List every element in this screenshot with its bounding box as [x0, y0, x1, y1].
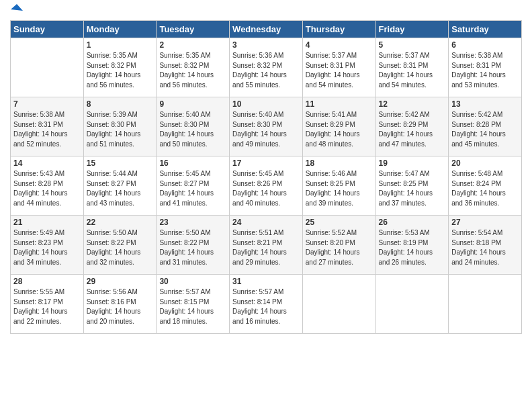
- day-info: Sunrise: 5:57 AM Sunset: 8:14 PM Dayligh…: [232, 287, 300, 326]
- calendar-cell: 28Sunrise: 5:55 AM Sunset: 8:17 PM Dayli…: [11, 275, 84, 334]
- day-number: 8: [87, 99, 154, 109]
- day-number: 30: [159, 277, 226, 286]
- calendar-cell: 1Sunrise: 5:35 AM Sunset: 8:32 PM Daylig…: [83, 38, 157, 97]
- day-info: Sunrise: 5:36 AM Sunset: 8:32 PM Dayligh…: [232, 51, 300, 90]
- calendar-cell: [11, 38, 84, 97]
- calendar-cell: 12Sunrise: 5:42 AM Sunset: 8:29 PM Dayli…: [375, 97, 449, 156]
- calendar-cell: 29Sunrise: 5:56 AM Sunset: 8:16 PM Dayli…: [83, 275, 157, 334]
- calendar-cell: 7Sunrise: 5:38 AM Sunset: 8:31 PM Daylig…: [11, 97, 84, 156]
- day-number: 22: [87, 218, 154, 227]
- day-number: 29: [87, 277, 154, 286]
- calendar-week-row: 14Sunrise: 5:43 AM Sunset: 8:28 PM Dayli…: [11, 156, 522, 216]
- calendar-cell: [302, 275, 375, 334]
- calendar-cell: 17Sunrise: 5:45 AM Sunset: 8:26 PM Dayli…: [230, 156, 303, 216]
- day-info: Sunrise: 5:50 AM Sunset: 8:22 PM Dayligh…: [87, 228, 154, 267]
- day-number: 14: [13, 158, 81, 168]
- calendar-cell: 30Sunrise: 5:57 AM Sunset: 8:15 PM Dayli…: [157, 275, 230, 334]
- day-number: 1: [87, 40, 154, 50]
- day-number: 18: [306, 158, 373, 168]
- calendar-header-cell: Wednesday: [230, 21, 303, 38]
- day-number: 11: [306, 99, 373, 109]
- calendar-week-row: 1Sunrise: 5:35 AM Sunset: 8:32 PM Daylig…: [11, 38, 522, 97]
- day-number: 13: [451, 99, 519, 109]
- day-info: Sunrise: 5:42 AM Sunset: 8:29 PM Dayligh…: [379, 110, 446, 149]
- day-number: 9: [159, 99, 226, 109]
- calendar-cell: 9Sunrise: 5:40 AM Sunset: 8:30 PM Daylig…: [157, 97, 230, 156]
- day-number: 31: [232, 277, 300, 286]
- day-number: 2: [159, 40, 226, 50]
- day-info: Sunrise: 5:53 AM Sunset: 8:19 PM Dayligh…: [379, 228, 446, 267]
- day-number: 7: [13, 99, 81, 109]
- calendar-table: SundayMondayTuesdayWednesdayThursdayFrid…: [10, 20, 522, 334]
- calendar-cell: 4Sunrise: 5:37 AM Sunset: 8:31 PM Daylig…: [302, 38, 375, 97]
- day-number: 23: [159, 218, 226, 227]
- day-info: Sunrise: 5:48 AM Sunset: 8:24 PM Dayligh…: [451, 169, 519, 208]
- day-info: Sunrise: 5:35 AM Sunset: 8:32 PM Dayligh…: [87, 51, 154, 90]
- day-number: 24: [232, 218, 300, 227]
- day-number: 27: [451, 218, 519, 227]
- day-number: 28: [13, 277, 81, 286]
- day-number: 20: [451, 158, 519, 168]
- day-info: Sunrise: 5:39 AM Sunset: 8:30 PM Dayligh…: [87, 110, 154, 149]
- day-info: Sunrise: 5:49 AM Sunset: 8:23 PM Dayligh…: [13, 228, 81, 267]
- calendar-week-row: 7Sunrise: 5:38 AM Sunset: 8:31 PM Daylig…: [11, 97, 522, 156]
- day-info: Sunrise: 5:43 AM Sunset: 8:28 PM Dayligh…: [13, 169, 81, 208]
- logo: [10, 7, 23, 15]
- day-number: 5: [379, 40, 446, 50]
- day-info: Sunrise: 5:45 AM Sunset: 8:27 PM Dayligh…: [159, 169, 226, 208]
- calendar-header-cell: Monday: [83, 21, 157, 38]
- day-info: Sunrise: 5:54 AM Sunset: 8:18 PM Dayligh…: [451, 228, 519, 267]
- day-number: 19: [379, 158, 446, 168]
- calendar-cell: 2Sunrise: 5:35 AM Sunset: 8:32 PM Daylig…: [157, 38, 230, 97]
- calendar-body: 1Sunrise: 5:35 AM Sunset: 8:32 PM Daylig…: [11, 38, 522, 334]
- calendar-cell: 27Sunrise: 5:54 AM Sunset: 8:18 PM Dayli…: [449, 216, 522, 275]
- day-info: Sunrise: 5:41 AM Sunset: 8:29 PM Dayligh…: [306, 110, 373, 149]
- day-number: 17: [232, 158, 300, 168]
- day-number: 10: [232, 99, 300, 109]
- day-info: Sunrise: 5:46 AM Sunset: 8:25 PM Dayligh…: [306, 169, 373, 208]
- day-info: Sunrise: 5:55 AM Sunset: 8:17 PM Dayligh…: [13, 287, 81, 326]
- day-number: 25: [306, 218, 373, 227]
- day-info: Sunrise: 5:40 AM Sunset: 8:30 PM Dayligh…: [232, 110, 300, 149]
- calendar-cell: 18Sunrise: 5:46 AM Sunset: 8:25 PM Dayli…: [302, 156, 375, 216]
- calendar-cell: 19Sunrise: 5:47 AM Sunset: 8:25 PM Dayli…: [375, 156, 449, 216]
- calendar-cell: 6Sunrise: 5:38 AM Sunset: 8:31 PM Daylig…: [449, 38, 522, 97]
- calendar-header-row: SundayMondayTuesdayWednesdayThursdayFrid…: [11, 21, 522, 38]
- day-info: Sunrise: 5:50 AM Sunset: 8:22 PM Dayligh…: [159, 228, 226, 267]
- day-info: Sunrise: 5:37 AM Sunset: 8:31 PM Dayligh…: [379, 51, 446, 90]
- day-number: 16: [159, 158, 226, 168]
- day-info: Sunrise: 5:57 AM Sunset: 8:15 PM Dayligh…: [159, 287, 226, 326]
- day-number: 21: [13, 218, 81, 227]
- day-info: Sunrise: 5:44 AM Sunset: 8:27 PM Dayligh…: [87, 169, 154, 208]
- calendar-cell: 14Sunrise: 5:43 AM Sunset: 8:28 PM Dayli…: [11, 156, 84, 216]
- calendar-week-row: 28Sunrise: 5:55 AM Sunset: 8:17 PM Dayli…: [11, 275, 522, 334]
- calendar-header-cell: Tuesday: [157, 21, 230, 38]
- day-number: 26: [379, 218, 446, 227]
- calendar-cell: 11Sunrise: 5:41 AM Sunset: 8:29 PM Dayli…: [302, 97, 375, 156]
- svg-marker-0: [11, 4, 23, 11]
- logo-bird-icon: [11, 4, 23, 15]
- calendar-cell: 20Sunrise: 5:48 AM Sunset: 8:24 PM Dayli…: [449, 156, 522, 216]
- calendar-cell: 10Sunrise: 5:40 AM Sunset: 8:30 PM Dayli…: [230, 97, 303, 156]
- calendar-header-cell: Thursday: [302, 21, 375, 38]
- calendar-cell: 23Sunrise: 5:50 AM Sunset: 8:22 PM Dayli…: [157, 216, 230, 275]
- calendar-header-cell: Friday: [375, 21, 449, 38]
- calendar-cell: 3Sunrise: 5:36 AM Sunset: 8:32 PM Daylig…: [230, 38, 303, 97]
- day-number: 15: [87, 158, 154, 168]
- day-info: Sunrise: 5:51 AM Sunset: 8:21 PM Dayligh…: [232, 228, 300, 267]
- calendar-cell: 15Sunrise: 5:44 AM Sunset: 8:27 PM Dayli…: [83, 156, 157, 216]
- calendar-header-cell: Saturday: [449, 21, 522, 38]
- day-info: Sunrise: 5:37 AM Sunset: 8:31 PM Dayligh…: [306, 51, 373, 90]
- calendar-cell: [375, 275, 449, 334]
- day-info: Sunrise: 5:42 AM Sunset: 8:28 PM Dayligh…: [451, 110, 519, 149]
- calendar-cell: 8Sunrise: 5:39 AM Sunset: 8:30 PM Daylig…: [83, 97, 157, 156]
- calendar-cell: 13Sunrise: 5:42 AM Sunset: 8:28 PM Dayli…: [449, 97, 522, 156]
- calendar-cell: 5Sunrise: 5:37 AM Sunset: 8:31 PM Daylig…: [375, 38, 449, 97]
- day-info: Sunrise: 5:56 AM Sunset: 8:16 PM Dayligh…: [87, 287, 154, 326]
- day-info: Sunrise: 5:38 AM Sunset: 8:31 PM Dayligh…: [451, 51, 519, 90]
- calendar-cell: 22Sunrise: 5:50 AM Sunset: 8:22 PM Dayli…: [83, 216, 157, 275]
- calendar-week-row: 21Sunrise: 5:49 AM Sunset: 8:23 PM Dayli…: [11, 216, 522, 275]
- day-info: Sunrise: 5:52 AM Sunset: 8:20 PM Dayligh…: [306, 228, 373, 267]
- calendar-cell: 31Sunrise: 5:57 AM Sunset: 8:14 PM Dayli…: [230, 275, 303, 334]
- calendar-cell: 25Sunrise: 5:52 AM Sunset: 8:20 PM Dayli…: [302, 216, 375, 275]
